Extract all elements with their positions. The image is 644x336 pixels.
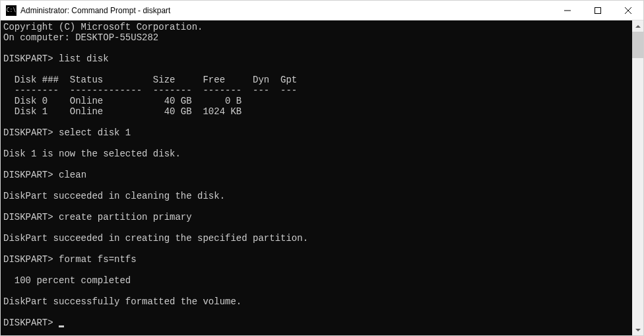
table-row: Disk 1 Online 40 GB 1024 KB <box>3 106 242 117</box>
computer-line: On computer: DESKTOP-55US282 <box>3 32 158 43</box>
scroll-down-arrow-icon[interactable] <box>632 324 643 335</box>
scroll-thumb[interactable] <box>632 32 643 58</box>
copyright-line: Copyright (C) Microsoft Corporation. <box>3 22 203 32</box>
prompt: DISKPART> <box>3 170 53 180</box>
msg-clean: DiskPart succeeded in cleaning the disk. <box>3 191 225 201</box>
prompt: DISKPART> <box>3 53 53 64</box>
svg-marker-4 <box>635 25 641 28</box>
command-prompt-window: C:\ Administrator: Command Prompt - disk… <box>0 0 644 336</box>
table-header: Disk ### Status Size Free Dyn Gpt <box>3 75 297 85</box>
prompt: DISKPART> <box>3 127 53 138</box>
command-create-partition: create partition primary <box>59 212 192 222</box>
command-clean: clean <box>59 170 86 180</box>
command-select-disk: select disk 1 <box>59 127 131 138</box>
minimize-button[interactable] <box>552 1 583 20</box>
titlebar[interactable]: C:\ Administrator: Command Prompt - disk… <box>1 1 643 20</box>
window-controls <box>552 1 643 20</box>
terminal-output[interactable]: Copyright (C) Microsoft Corporation. On … <box>1 20 632 335</box>
command-format: format fs=ntfs <box>59 254 137 265</box>
msg-progress: 100 percent completed <box>3 275 131 286</box>
window-title: Administrator: Command Prompt - diskpart <box>20 6 170 15</box>
content-area: Copyright (C) Microsoft Corporation. On … <box>1 20 643 335</box>
svg-rect-1 <box>595 7 601 13</box>
close-button[interactable] <box>613 1 643 20</box>
table-divider: -------- ------------- ------- ------- -… <box>3 85 297 96</box>
cursor <box>59 325 64 327</box>
msg-create-partition: DiskPart succeeded in creating the speci… <box>3 233 308 244</box>
prompt: DISKPART> <box>3 212 53 222</box>
prompt: DISKPART> <box>3 318 53 328</box>
table-row: Disk 0 Online 40 GB 0 B <box>3 96 242 106</box>
maximize-button[interactable] <box>583 1 613 20</box>
command-list-disk: list disk <box>59 53 109 64</box>
msg-selected: Disk 1 is now the selected disk. <box>3 149 181 159</box>
svg-marker-5 <box>635 329 641 331</box>
vertical-scrollbar[interactable] <box>632 20 643 335</box>
scroll-up-arrow-icon[interactable] <box>632 20 643 32</box>
prompt: DISKPART> <box>3 254 53 265</box>
msg-format: DiskPart successfully formatted the volu… <box>3 296 242 307</box>
command-prompt-icon: C:\ <box>6 5 16 16</box>
